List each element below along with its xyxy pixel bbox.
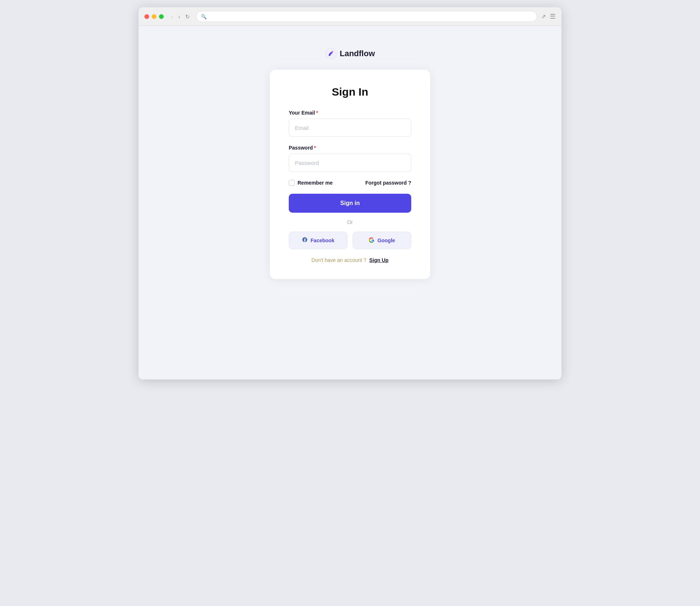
google-icon [369, 237, 374, 244]
password-form-group: Password* [289, 145, 411, 172]
google-label: Google [377, 238, 395, 243]
facebook-button[interactable]: Facebook [289, 232, 347, 249]
signup-link[interactable]: Sign Up [369, 257, 389, 263]
menu-icon[interactable]: ☰ [550, 12, 556, 20]
no-account-text: Don't have an account ? [311, 257, 366, 263]
form-options-row: Remember me Forgot password ? [289, 180, 411, 186]
or-divider: Or [289, 219, 411, 225]
nav-back-button[interactable]: ‹ [170, 13, 175, 20]
nav-refresh-button[interactable]: ↻ [183, 13, 192, 20]
forgot-password-link[interactable]: Forgot password ? [365, 180, 411, 186]
browser-toolbar: ‹ › ↻ 🔍 ⇗ ☰ [139, 7, 561, 26]
page-title: Sign In [289, 86, 411, 98]
landflow-logo-icon [325, 48, 337, 59]
browser-actions: ⇗ ☰ [541, 12, 556, 20]
address-bar: 🔍 [196, 11, 537, 22]
browser-window: ‹ › ↻ 🔍 ⇗ ☰ Landflow Sign In [139, 7, 561, 379]
svg-point-1 [328, 54, 330, 56]
logo-text: Landflow [340, 49, 375, 58]
facebook-icon [302, 237, 308, 244]
facebook-label: Facebook [311, 238, 334, 243]
nav-forward-button[interactable]: › [176, 13, 182, 20]
remember-me-checkbox[interactable] [289, 180, 295, 186]
signin-button[interactable]: Sign in [289, 194, 411, 213]
traffic-lights [144, 14, 164, 19]
search-icon: 🔍 [201, 14, 207, 19]
email-required-star: * [316, 110, 318, 116]
email-label: Your Email* [289, 110, 411, 116]
expand-icon[interactable]: ⇗ [541, 13, 546, 20]
browser-content: Landflow Sign In Your Email* Password* [139, 26, 561, 369]
password-required-star: * [314, 145, 316, 151]
email-form-group: Your Email* [289, 110, 411, 137]
social-buttons: Facebook Google [289, 232, 411, 249]
password-input[interactable] [289, 154, 411, 172]
traffic-light-green[interactable] [159, 14, 164, 19]
logo-area: Landflow [325, 48, 375, 59]
email-input[interactable] [289, 119, 411, 137]
remember-me-label[interactable]: Remember me [298, 180, 333, 186]
traffic-light-red[interactable] [144, 14, 149, 19]
signin-card: Sign In Your Email* Password* Remembe [270, 70, 430, 279]
traffic-light-yellow[interactable] [152, 14, 156, 19]
signup-row: Don't have an account ? Sign Up [289, 257, 411, 263]
google-button[interactable]: Google [353, 232, 411, 249]
remember-me-group: Remember me [289, 180, 333, 186]
nav-buttons: ‹ › ↻ [170, 13, 192, 20]
address-input[interactable] [210, 14, 532, 19]
password-label: Password* [289, 145, 411, 151]
